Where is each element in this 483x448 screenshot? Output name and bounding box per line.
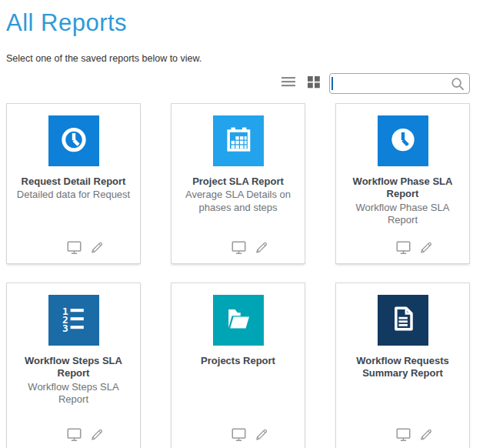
monitor-icon — [395, 239, 411, 258]
pencil-icon — [418, 239, 434, 258]
report-card-request-detail[interactable]: Request Detail Report Detailed data for … — [6, 103, 141, 264]
report-tile — [48, 115, 99, 166]
report-title: Projects Report — [192, 355, 285, 367]
report-card-workflow-requests-summary[interactable]: Workflow Requests Summary Report — [335, 283, 470, 448]
pencil-icon — [253, 426, 269, 445]
view-report-button[interactable] — [230, 239, 247, 258]
pencil-icon — [418, 426, 434, 445]
monitor-icon — [230, 426, 247, 445]
report-title: Workflow Requests Summary Report — [336, 355, 469, 380]
report-subtitle: Workflow Phase SLA Report — [336, 202, 469, 227]
report-title: Request Detail Report — [12, 176, 135, 188]
page-title: All Reports — [6, 9, 470, 37]
report-subtitle: Detailed data for Request — [9, 189, 138, 201]
monitor-icon — [230, 239, 247, 258]
edit-report-button[interactable] — [88, 239, 105, 258]
card-actions — [65, 426, 105, 445]
view-report-button[interactable] — [395, 239, 411, 258]
report-tile — [213, 115, 264, 166]
report-tile — [378, 115, 428, 166]
card-actions — [395, 239, 434, 258]
calendar-icon — [222, 122, 255, 159]
document-icon — [386, 302, 420, 339]
card-actions — [65, 239, 105, 258]
report-card-workflow-steps-sla[interactable]: 1 2 3 Workflow Steps SLA Report Workflow… — [6, 283, 141, 448]
search-input[interactable] — [335, 74, 446, 93]
page-subtitle: Select one of the saved reports below to… — [6, 53, 470, 64]
all-reports-page: All Reports Select one of the saved repo… — [0, 0, 483, 448]
monitor-icon — [65, 426, 82, 445]
list-view-icon — [281, 75, 297, 91]
card-actions — [230, 426, 269, 445]
list-view-button[interactable] — [279, 74, 298, 92]
report-card-project-sla[interactable]: Project SLA Report Average SLA Details o… — [171, 103, 305, 264]
report-subtitle: Average SLA Details on phases and steps — [172, 189, 305, 214]
report-subtitle: Workflow Steps SLA Report — [7, 381, 140, 406]
edit-report-button[interactable] — [253, 239, 269, 258]
pencil-icon — [253, 239, 269, 258]
view-report-button[interactable] — [65, 426, 82, 445]
search-icon — [450, 76, 465, 95]
report-tile — [213, 295, 264, 346]
grid-view-icon — [307, 75, 321, 91]
card-actions — [395, 426, 434, 445]
report-tile: 1 2 3 — [48, 295, 99, 346]
edit-report-button[interactable] — [418, 239, 434, 258]
card-actions — [230, 239, 269, 258]
text-caret — [331, 77, 333, 90]
search-box[interactable] — [329, 73, 470, 94]
report-title: Project SLA Report — [183, 176, 293, 188]
pencil-icon — [88, 426, 105, 445]
toolbar — [6, 72, 470, 94]
report-tile — [378, 295, 428, 346]
edit-report-button[interactable] — [418, 426, 434, 445]
clock-solid-icon — [386, 122, 420, 159]
reports-grid: Request Detail Report Detailed data for … — [6, 103, 470, 448]
folder-open-icon — [222, 302, 255, 339]
edit-report-button[interactable] — [88, 426, 105, 445]
pencil-icon — [88, 239, 105, 258]
view-report-button[interactable] — [65, 239, 82, 258]
monitor-icon — [65, 239, 82, 258]
grid-view-button[interactable] — [305, 74, 322, 92]
svg-text:3: 3 — [62, 323, 68, 334]
view-report-button[interactable] — [230, 426, 247, 445]
numbered-list-icon: 1 2 3 — [57, 302, 91, 339]
monitor-icon — [395, 426, 411, 445]
view-report-button[interactable] — [395, 426, 411, 445]
report-title: Workflow Steps SLA Report — [7, 355, 140, 380]
clock-outline-icon — [57, 122, 91, 159]
report-card-projects[interactable]: Projects Report — [171, 283, 305, 448]
edit-report-button[interactable] — [253, 426, 269, 445]
report-title: Workflow Phase SLA Report — [336, 176, 469, 201]
report-card-workflow-phase-sla[interactable]: Workflow Phase SLA Report Workflow Phase… — [335, 103, 470, 264]
